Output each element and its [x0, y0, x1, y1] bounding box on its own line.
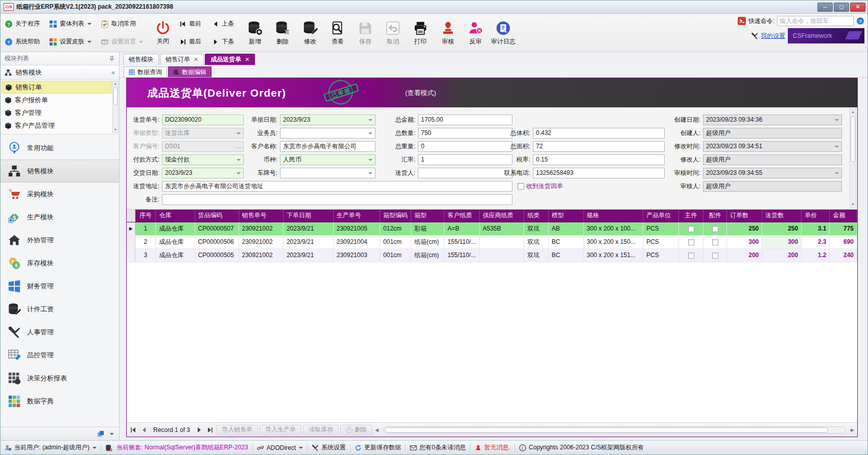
- sidebar-module[interactable]: 数据字典: [1, 390, 119, 413]
- nav-button[interactable]: 最后: [179, 36, 202, 47]
- row-checkbox[interactable]: [712, 239, 718, 245]
- table-row[interactable]: 3成品仓库CP000005052309210022023/9/212309210…: [127, 248, 857, 262]
- table-row[interactable]: 2成品仓库CP000005062309210022023/9/212309210…: [127, 235, 857, 248]
- unread-messages-button[interactable]: 您有0条未读消息: [410, 443, 466, 452]
- grid-checkbox-cell[interactable]: [703, 248, 727, 262]
- grid-col-header[interactable]: 箱型: [411, 210, 444, 222]
- grid-cell[interactable]: 001cm: [380, 235, 411, 248]
- grid-col-header[interactable]: 送货数: [762, 210, 802, 222]
- receipt-checkbox-label[interactable]: 收到送货回单: [526, 181, 582, 192]
- grid-cell[interactable]: 200: [762, 248, 802, 262]
- my-settings-link[interactable]: 我的设置: [761, 32, 785, 40]
- last-record-button[interactable]: [205, 425, 215, 435]
- grid-cell[interactable]: 155/110/...: [444, 235, 479, 248]
- grid-cell[interactable]: CP00000506: [195, 235, 239, 248]
- subtab-data-edit[interactable]: 数据编辑: [168, 66, 212, 77]
- grid-col-header[interactable]: 仓库: [156, 210, 195, 222]
- grid-col-header[interactable]: 规格: [583, 210, 643, 222]
- grid-cell[interactable]: 155/110/...: [444, 248, 479, 262]
- sidebar-item[interactable]: 销售订单: [2, 81, 112, 94]
- hscroll-right-icon[interactable]: ▶: [850, 427, 855, 433]
- total-area-input[interactable]: 72: [533, 141, 665, 152]
- address-input[interactable]: 东莞市步步高电子有限公司送货地址: [162, 181, 512, 192]
- no-message-status[interactable]: 暂无消息.: [475, 443, 510, 452]
- doc-date-input[interactable]: 2023/9/23: [280, 115, 376, 125]
- db-add-button[interactable]: 新增: [242, 15, 268, 51]
- prev-record-button[interactable]: [139, 425, 149, 435]
- close-form-button[interactable]: 关闭: [152, 15, 179, 51]
- grid-col-header[interactable]: 货品编码: [195, 210, 239, 222]
- grid-cell[interactable]: 2023/9/21: [283, 248, 333, 262]
- help-circle-icon[interactable]: ?: [856, 17, 864, 25]
- grid-col-header[interactable]: 生产单号: [333, 210, 380, 222]
- delivery-date-input[interactable]: 2023/9/23: [162, 168, 244, 178]
- grid-cell[interactable]: 3: [135, 248, 156, 262]
- grid-cell[interactable]: 纸箱(cm): [411, 235, 444, 248]
- grid-cell[interactable]: 230921005: [333, 222, 380, 235]
- system-settings-button[interactable]: 系统设置: [312, 443, 346, 452]
- print-button[interactable]: 打印: [408, 15, 433, 51]
- total-amount-input[interactable]: 1705.00: [418, 115, 512, 125]
- grid-col-header[interactable]: 楞型: [548, 210, 583, 222]
- nav-button[interactable]: 最前: [179, 18, 202, 29]
- row-checkbox[interactable]: [688, 239, 694, 245]
- grid-cell[interactable]: PCS: [643, 248, 679, 262]
- sidebar-item[interactable]: 客户产品管理: [2, 119, 112, 132]
- toolbar-button-1[interactable]: ?关于程序: [4, 18, 41, 29]
- sidebar-module[interactable]: 计件工资: [1, 298, 119, 321]
- grid-checkbox-cell[interactable]: [678, 235, 703, 248]
- collapse-icon[interactable]: «: [111, 69, 115, 76]
- grid-cell[interactable]: A=B: [444, 222, 479, 235]
- grid-cell[interactable]: 成品仓库: [156, 235, 195, 248]
- minimize-button[interactable]: ─: [817, 3, 833, 12]
- sidebar-scrollbar[interactable]: ▲▼: [112, 81, 119, 133]
- import-sales-order-button[interactable]: 导入销售单: [216, 425, 258, 435]
- cascade-icon[interactable]: [97, 430, 104, 438]
- grid-cell[interactable]: 2023/9/21: [283, 235, 333, 248]
- nav-button[interactable]: 下条: [212, 36, 235, 47]
- delete-row-button[interactable]: ✕删除: [340, 425, 372, 435]
- db-delete-button[interactable]: 删除: [270, 15, 295, 51]
- grid-cell[interactable]: 690: [830, 235, 857, 248]
- grid-col-header[interactable]: 序号: [135, 210, 156, 222]
- grid-col-header[interactable]: 配件: [703, 210, 727, 222]
- sidebar-module[interactable]: 常用功能: [1, 136, 119, 160]
- first-record-button[interactable]: [129, 425, 138, 435]
- grid-cell[interactable]: 230921002: [239, 222, 283, 235]
- grid-cell[interactable]: 2023/9/21: [283, 222, 333, 235]
- tab-deliver-order[interactable]: 成品送货单✕: [205, 54, 255, 65]
- grid-cell[interactable]: 双坑: [524, 222, 549, 235]
- sidebar-item[interactable]: 客户管理: [2, 106, 112, 119]
- grid-cell[interactable]: 纸箱(cm): [411, 248, 444, 262]
- salesman-input[interactable]: [280, 128, 376, 139]
- sidebar-module[interactable]: 采购模块: [1, 183, 119, 206]
- nav-button[interactable]: 上条: [212, 18, 235, 29]
- grid-col-header[interactable]: 单价: [802, 210, 830, 222]
- grid-cell[interactable]: AB: [548, 222, 583, 235]
- grid-cell[interactable]: 775: [830, 222, 857, 235]
- grid-cell[interactable]: 230921002: [239, 235, 283, 248]
- toolbar-button-4[interactable]: 设置皮肤: [48, 36, 92, 47]
- plate-no-input[interactable]: [280, 168, 376, 178]
- grid-cell[interactable]: 成品仓库: [156, 222, 195, 235]
- grid-cell[interactable]: 双坑: [524, 248, 549, 262]
- refresh-cache-button[interactable]: 更新缓存数据: [355, 443, 401, 452]
- sidebar-module[interactable]: $生产模块: [1, 206, 119, 229]
- current-user-menu[interactable]: 当前用户: (admin-超级用户): [5, 443, 97, 452]
- grid-col-header[interactable]: 产品单位: [643, 210, 679, 222]
- db-edit-button[interactable]: 修改: [297, 15, 323, 51]
- grid-cell[interactable]: 300: [762, 235, 802, 248]
- toolbar-button-2[interactable]: ?系统帮助: [4, 36, 41, 47]
- grid-cell[interactable]: CP00000507: [195, 222, 239, 235]
- toolbar-button-3[interactable]: 窗体列表: [48, 18, 92, 29]
- sidebar-module[interactable]: €$库存模块: [1, 252, 119, 275]
- grid-cell[interactable]: CP00000505: [195, 248, 239, 262]
- tax-rate-input[interactable]: 0.15: [533, 154, 665, 165]
- sidebar-item[interactable]: 客户报价单: [2, 94, 112, 106]
- grid-cell[interactable]: 250: [762, 222, 802, 235]
- account-info[interactable]: 当前账套: Normal(SqlServer)喜鹊纸箱ERP-2023: [116, 443, 248, 452]
- grid-checkbox-cell[interactable]: [678, 248, 703, 262]
- grid-cell[interactable]: [479, 248, 524, 262]
- grid-cell[interactable]: 240: [830, 248, 857, 262]
- remark-input[interactable]: [162, 194, 512, 205]
